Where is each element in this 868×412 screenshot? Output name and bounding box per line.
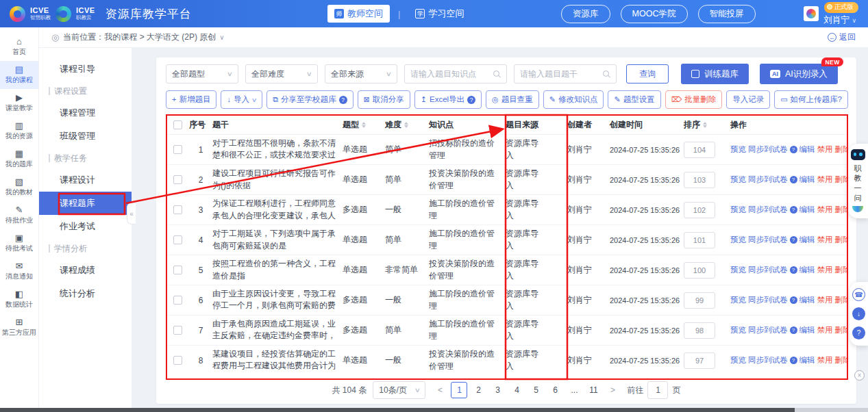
submenu-item-课程成绩[interactable]: 课程成绩 bbox=[39, 259, 132, 282]
row-checkbox[interactable] bbox=[173, 296, 182, 305]
row-checkbox[interactable] bbox=[173, 175, 182, 184]
user-avatar[interactable] bbox=[804, 6, 819, 21]
order-input[interactable]: 100 bbox=[684, 262, 715, 279]
page-button-1[interactable]: 1 bbox=[451, 382, 467, 398]
link-smart-projection[interactable]: 智能投屏 bbox=[698, 5, 756, 23]
op-link-编辑[interactable]: 编辑 bbox=[799, 325, 815, 335]
user-name[interactable]: 刘肖宁 ∨ bbox=[824, 14, 857, 26]
help-circle-icon[interactable]: ? bbox=[790, 176, 797, 183]
op-link-编辑[interactable]: 编辑 bbox=[799, 175, 815, 185]
submenu-item-作业考试[interactable]: 作业考试 bbox=[39, 215, 132, 238]
op-link-同步到试卷[interactable]: 同步到试卷 bbox=[748, 205, 788, 215]
order-input[interactable]: 102 bbox=[684, 202, 715, 218]
user-block[interactable]: 正式版 刘肖宁 ∨ bbox=[804, 2, 859, 26]
link-mooc-academy[interactable]: MOOC学院 bbox=[621, 5, 688, 23]
page-button-11[interactable]: 11 bbox=[585, 382, 602, 398]
row-checkbox[interactable] bbox=[173, 326, 182, 335]
op-link-预览[interactable]: 预览 bbox=[730, 144, 746, 155]
page-button-5[interactable]: 5 bbox=[528, 382, 544, 398]
toolbar-button-导入记录[interactable]: 导入记录 bbox=[726, 90, 770, 109]
sort-icon[interactable] bbox=[404, 122, 408, 129]
nav-learning-space[interactable]: 学 学习空间 bbox=[408, 5, 471, 23]
filter-input-0[interactable]: 请输入题目知识点 bbox=[404, 64, 507, 83]
op-link-同步到试卷[interactable]: 同步到试卷 bbox=[748, 144, 788, 155]
rail-item-课堂教学[interactable]: ▶课堂教学 bbox=[0, 89, 38, 117]
submenu-item-统计分析[interactable]: 统计分析 bbox=[39, 282, 132, 305]
nav-teacher-space[interactable]: 师 教师空间 bbox=[327, 5, 390, 23]
submenu-item-课程管理[interactable]: 课程管理 bbox=[39, 101, 132, 125]
back-button[interactable]: ← 返回 bbox=[828, 31, 856, 43]
query-button[interactable]: 查询 bbox=[626, 64, 669, 83]
filter-select-1[interactable]: 全部难度∨ bbox=[245, 64, 318, 83]
toolbar-button-修改知识点[interactable]: ✎修改知识点 bbox=[543, 90, 604, 109]
op-link-删除[interactable]: 删除 bbox=[835, 205, 847, 215]
breadcrumb-path[interactable]: 我的课程 > 大学语文 (2P) 原创 bbox=[104, 31, 216, 43]
order-input[interactable]: 99 bbox=[684, 292, 715, 309]
goto-page-input[interactable]: 1 bbox=[647, 381, 668, 399]
op-link-禁用[interactable]: 禁用 bbox=[817, 205, 833, 215]
op-link-预览[interactable]: 预览 bbox=[730, 265, 746, 275]
help-circle-icon[interactable]: ? bbox=[790, 266, 797, 274]
row-checkbox[interactable] bbox=[173, 356, 182, 365]
op-link-预览[interactable]: 预览 bbox=[730, 205, 746, 215]
op-link-禁用[interactable]: 禁用 bbox=[817, 295, 833, 305]
toolbar-button-题型设置[interactable]: ✎题型设置 bbox=[608, 90, 660, 109]
rail-item-我的题库[interactable]: ▦我的题库 bbox=[0, 145, 38, 173]
op-link-禁用[interactable]: 禁用 bbox=[817, 325, 833, 335]
op-link-预览[interactable]: 预览 bbox=[730, 355, 746, 365]
toolbar-button-新增题目[interactable]: +新增题目 bbox=[166, 90, 216, 109]
op-link-编辑[interactable]: 编辑 bbox=[799, 265, 815, 275]
submenu-item-班级管理[interactable]: 班级管理 bbox=[39, 125, 132, 148]
toolbar-button-分享至学校题库[interactable]: ⧉分享至学校题库? bbox=[266, 90, 353, 109]
link-resource-library[interactable]: 资源库 bbox=[561, 5, 610, 23]
op-link-同步到试卷[interactable]: 同步到试卷 bbox=[748, 235, 788, 245]
help-icon[interactable]: ? bbox=[852, 326, 865, 339]
train-bank-button[interactable]: 训练题库 bbox=[681, 64, 749, 84]
sort-icon[interactable] bbox=[362, 122, 366, 129]
filter-input-1[interactable]: 请输入题目题干 bbox=[514, 64, 617, 83]
customer-service-icon[interactable]: ☎ bbox=[852, 288, 865, 301]
help-circle-icon[interactable]: ? bbox=[790, 206, 797, 214]
select-all-checkbox[interactable] bbox=[173, 120, 182, 129]
op-link-禁用[interactable]: 禁用 bbox=[817, 235, 833, 245]
page-button-6[interactable]: 6 bbox=[547, 382, 563, 398]
op-link-同步到试卷[interactable]: 同步到试卷 bbox=[748, 355, 788, 365]
help-circle-icon[interactable]: ? bbox=[790, 296, 797, 304]
rail-item-我的教材[interactable]: ▧我的教材 bbox=[0, 173, 38, 201]
breadcrumb-caret-icon[interactable]: ∨ bbox=[219, 34, 224, 41]
help-circle-icon[interactable]: ? bbox=[339, 96, 347, 104]
page-button-3[interactable]: 3 bbox=[489, 382, 506, 398]
op-link-禁用[interactable]: 禁用 bbox=[817, 144, 833, 155]
rail-item-数据统计[interactable]: ◧数据统计 bbox=[0, 285, 38, 313]
rail-item-第三方应用[interactable]: ⊞第三方应用 bbox=[0, 313, 38, 342]
op-link-删除[interactable]: 删除 bbox=[835, 355, 847, 365]
help-circle-icon[interactable]: ? bbox=[790, 326, 797, 334]
submenu-item-课程设计[interactable]: 课程设计 bbox=[39, 168, 132, 192]
collapse-handle[interactable]: « bbox=[127, 203, 136, 224]
row-checkbox[interactable] bbox=[173, 266, 182, 274]
help-circle-icon[interactable]: ? bbox=[790, 236, 797, 244]
op-link-删除[interactable]: 删除 bbox=[835, 144, 847, 155]
op-link-禁用[interactable]: 禁用 bbox=[817, 355, 833, 365]
order-input[interactable]: 103 bbox=[684, 172, 715, 188]
rail-item-消息通知[interactable]: ✉消息通知 bbox=[0, 257, 38, 285]
op-link-同步到试卷[interactable]: 同步到试卷 bbox=[748, 325, 788, 335]
order-input[interactable]: 98 bbox=[684, 322, 715, 339]
page-button-4[interactable]: 4 bbox=[508, 382, 525, 398]
filter-select-0[interactable]: 全部题型∨ bbox=[166, 64, 238, 83]
sort-icon[interactable] bbox=[703, 122, 707, 129]
ai-recognition-button[interactable]: AI AI识别录入 NEW bbox=[760, 64, 838, 84]
page-size-select[interactable]: 10条/页∨ bbox=[373, 381, 425, 399]
order-input[interactable]: 97 bbox=[684, 352, 715, 369]
toolbar-button-Excel导出[interactable]: ↥Excel导出? bbox=[414, 90, 482, 109]
op-link-删除[interactable]: 删除 bbox=[835, 175, 847, 185]
toolbar-button-题目查重[interactable]: ◎题目查重 bbox=[486, 90, 539, 109]
help-circle-icon[interactable]: ? bbox=[467, 96, 475, 104]
row-checkbox[interactable] bbox=[173, 235, 182, 244]
op-link-编辑[interactable]: 编辑 bbox=[799, 205, 815, 215]
order-input[interactable]: 101 bbox=[684, 232, 715, 248]
row-checkbox[interactable] bbox=[173, 205, 182, 214]
op-link-删除[interactable]: 删除 bbox=[835, 265, 847, 275]
op-link-禁用[interactable]: 禁用 bbox=[817, 265, 833, 275]
rail-item-我的课程[interactable]: ▤我的课程 bbox=[0, 61, 38, 89]
